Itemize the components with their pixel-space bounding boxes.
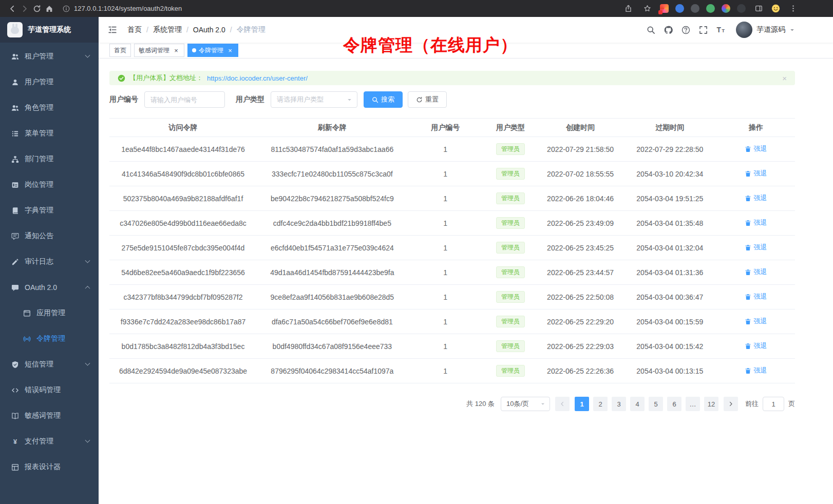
doc-link[interactable]: https://doc.iocoder.cn/user-center/: [207, 74, 308, 82]
app-logo-row[interactable]: 芋道管理系统: [0, 17, 99, 43]
trash-icon: [745, 146, 751, 152]
sidebar-item[interactable]: 租户管理: [0, 44, 99, 69]
breadcrumb-item[interactable]: 系统管理: [153, 25, 182, 34]
force-logout-button[interactable]: 强退: [745, 366, 767, 375]
profile-emoji-icon[interactable]: [771, 4, 780, 13]
sidebar-item[interactable]: ¥ 支付管理: [0, 429, 99, 454]
tab[interactable]: 首页: [109, 44, 131, 57]
extension-icon-4[interactable]: [706, 4, 715, 13]
pager-page-button[interactable]: 3: [612, 397, 626, 411]
app-title: 芋道管理系统: [28, 25, 71, 34]
sidebar-item[interactable]: 通知公告: [0, 223, 99, 249]
browser-back-icon[interactable]: [6, 3, 18, 15]
access-token-cell: b0d1785bc3a8482f812db4a3f3bd15ec: [109, 334, 257, 359]
chevron-down-icon: [85, 258, 90, 263]
sidebar-item[interactable]: 角色管理: [0, 95, 99, 121]
sidebar-item[interactable]: 报表设计器: [0, 454, 99, 480]
search-icon[interactable]: [647, 26, 655, 34]
user-id-input[interactable]: [144, 91, 225, 108]
fullscreen-icon[interactable]: [699, 26, 708, 34]
browser-menu-icon[interactable]: [787, 3, 799, 15]
alert-close-icon[interactable]: ×: [782, 74, 787, 82]
sidebar-item[interactable]: 敏感词管理: [0, 403, 99, 429]
breadcrumb-item[interactable]: OAuth 2.0: [193, 26, 225, 34]
pager-page-button[interactable]: 12: [704, 397, 718, 411]
table-row: c347026e805e4d99b0d116eae66eda8c cdfc4ce…: [109, 211, 795, 236]
sidebar-item[interactable]: 字典管理: [0, 198, 99, 223]
main-area: 首页/系统管理/OAuth 2.0/令牌管理 TT 芋道源码 首页: [99, 17, 833, 504]
search-button[interactable]: 搜索: [364, 91, 403, 108]
tab[interactable]: 令牌管理 ×: [187, 44, 238, 57]
user-type-select[interactable]: 请选择用户类型: [271, 91, 357, 108]
breadcrumb-item[interactable]: 首页: [127, 25, 142, 34]
expire-time-cell: 2054-03-04 01:35:48: [623, 211, 717, 236]
share-icon[interactable]: [622, 3, 634, 15]
goto-page-input[interactable]: [763, 397, 784, 411]
pager-more-button[interactable]: …: [686, 397, 700, 411]
sidebar-item[interactable]: 令牌管理: [0, 326, 99, 352]
sidebar-item[interactable]: 错误码管理: [0, 377, 99, 403]
reset-button[interactable]: 重置: [408, 91, 447, 108]
sidebar-item-label: 错误码管理: [25, 385, 61, 395]
page-size-select[interactable]: 10条/页: [501, 397, 550, 411]
tab[interactable]: 敏感词管理 ×: [134, 44, 184, 57]
svg-text:¥: ¥: [13, 438, 16, 445]
sidebar-item[interactable]: 应用管理: [0, 300, 99, 326]
help-icon[interactable]: [681, 26, 690, 34]
sidebar-item[interactable]: 用户管理: [0, 69, 99, 95]
pager-page-button[interactable]: 2: [593, 397, 608, 411]
tab-close-icon[interactable]: ×: [173, 47, 180, 54]
user-menu[interactable]: 芋道源码: [736, 22, 795, 38]
force-logout-button[interactable]: 强退: [745, 218, 767, 227]
sidebar-item[interactable]: 菜单管理: [0, 121, 99, 146]
pager-page-button[interactable]: 1: [575, 397, 589, 411]
extension-icon-2[interactable]: [675, 4, 684, 13]
extension-icon-6[interactable]: [737, 4, 746, 13]
browser-home-icon[interactable]: [43, 3, 55, 15]
pager-next-button[interactable]: [724, 397, 738, 411]
book-icon: [11, 206, 19, 215]
user-type-cell: 管理员: [483, 211, 538, 236]
action-cell: 强退: [717, 236, 795, 260]
user-id-cell: 1: [408, 186, 483, 211]
extension-icon-5[interactable]: [722, 4, 730, 13]
expire-time-cell: 2054-03-04 00:36:47: [623, 285, 717, 309]
force-logout-button[interactable]: 强退: [745, 267, 767, 277]
sidebar-collapse-icon[interactable]: [108, 24, 119, 35]
force-logout-button[interactable]: 强退: [745, 292, 767, 301]
force-logout-button[interactable]: 强退: [745, 144, 767, 153]
force-logout-button[interactable]: 强退: [745, 317, 767, 326]
expire-time-cell: 2054-03-04 00:13:15: [623, 359, 717, 383]
pager-prev-button[interactable]: [555, 397, 570, 411]
chevron-down-icon: [347, 97, 352, 103]
pager-page-button[interactable]: 4: [630, 397, 645, 411]
extension-icon-1[interactable]: [660, 4, 669, 13]
sidebar-item[interactable]: 审计日志: [0, 249, 99, 275]
force-logout-button[interactable]: 强退: [745, 193, 767, 203]
pager-page-button[interactable]: 6: [667, 397, 681, 411]
tab-label: 敏感词管理: [139, 46, 169, 55]
pager-page-button[interactable]: 5: [649, 397, 663, 411]
table-row: 275e5de9151045fe87cbdc395e004f4d e6cfd40…: [109, 236, 795, 260]
force-logout-button[interactable]: 强退: [745, 169, 767, 178]
shield-icon: [11, 360, 19, 369]
address-bar[interactable]: 127.0.0.1:1024/system/oauth2/token: [63, 5, 617, 12]
force-logout-button[interactable]: 强退: [745, 243, 767, 252]
sidebar-item[interactable]: OAuth 2.0: [0, 275, 99, 300]
sidebar-item[interactable]: 短信管理: [0, 352, 99, 377]
bookmark-star-icon[interactable]: [641, 3, 653, 15]
user-type-badge: 管理员: [496, 242, 525, 253]
sidebar-item[interactable]: 部门管理: [0, 146, 99, 172]
created-time-cell: 2022-06-25 23:44:57: [538, 260, 623, 285]
force-logout-button[interactable]: 强退: [745, 341, 767, 351]
extension-icon-3[interactable]: [691, 4, 699, 13]
sidebar-item[interactable]: 岗位管理: [0, 172, 99, 198]
sidebar-panel-icon[interactable]: [752, 3, 765, 15]
browser-forward-icon[interactable]: [18, 3, 31, 15]
site-info-icon[interactable]: [63, 5, 70, 12]
github-icon[interactable]: [664, 26, 673, 34]
font-size-icon[interactable]: TT: [716, 26, 725, 34]
access-token-cell: f9336e7c7dd242a283ee98dc86b17a87: [109, 309, 257, 334]
tab-close-icon[interactable]: ×: [226, 47, 234, 54]
browser-reload-icon[interactable]: [31, 3, 43, 15]
